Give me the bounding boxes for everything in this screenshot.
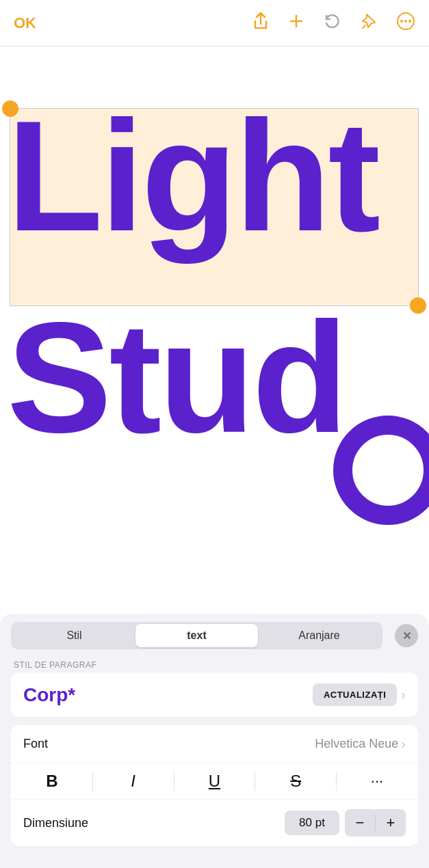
increase-size-button[interactable]: + (376, 809, 406, 837)
size-label: Dimensiune (23, 816, 88, 830)
svg-point-1 (400, 20, 403, 23)
svg-point-2 (404, 20, 407, 23)
undo-icon[interactable] (324, 13, 341, 33)
section-label: STIL DE PARAGRAF (0, 655, 429, 673)
toolbar: OK (0, 0, 429, 46)
format-divider-2 (174, 772, 174, 791)
toolbar-icons (252, 12, 415, 35)
pin-icon[interactable] (361, 12, 377, 34)
size-row: Dimensiune 80 pt − + (11, 800, 418, 846)
bottom-panel: Stil text Aranjare ✕ STIL DE PARAGRAF Co… (0, 614, 429, 868)
tab-bar: Stil text Aranjare ✕ (0, 614, 429, 655)
more-format-button[interactable]: ··· (360, 772, 394, 790)
tab-group: Stil text Aranjare (11, 622, 382, 649)
tab-text[interactable]: text (135, 624, 258, 647)
add-icon[interactable] (288, 13, 304, 33)
decrease-size-button[interactable]: − (345, 809, 375, 837)
corp-label: Corp* (23, 684, 75, 706)
size-stepper: − + (345, 809, 406, 837)
size-value: 80 pt (285, 811, 339, 835)
svg-point-3 (408, 20, 411, 23)
format-divider-3 (255, 772, 255, 791)
canvas-text-light[interactable]: Light (7, 98, 378, 255)
ok-button[interactable]: OK (14, 14, 36, 32)
font-row[interactable]: Font Helvetica Neue › (11, 725, 418, 763)
underline-button[interactable]: U (197, 773, 231, 789)
update-btn-group: ACTUALIZAȚI › (313, 683, 406, 706)
bold-button[interactable]: B (35, 773, 69, 789)
font-label: Font (23, 737, 48, 751)
canvas-text-stud[interactable]: Stud (7, 299, 346, 457)
paragraph-style-chevron[interactable]: › (401, 687, 406, 703)
handle-bottom-right[interactable] (410, 297, 426, 314)
more-icon[interactable] (396, 12, 415, 35)
canvas-partial-letter (333, 416, 429, 525)
update-button[interactable]: ACTUALIZAȚI (313, 683, 397, 706)
format-divider-1 (92, 772, 93, 791)
size-controls: 80 pt − + (285, 809, 406, 837)
font-name: Helvetica Neue (315, 737, 398, 751)
settings-card: Font Helvetica Neue › B I U S ··· Dimens… (11, 725, 418, 846)
paragraph-style-row: Corp* ACTUALIZAȚI › (11, 673, 418, 717)
close-button[interactable]: ✕ (395, 624, 418, 647)
italic-button[interactable]: I (116, 773, 151, 789)
font-value: Helvetica Neue › (315, 736, 406, 752)
tab-stil[interactable]: Stil (13, 624, 135, 647)
strikethrough-button[interactable]: S (278, 773, 313, 789)
format-divider-4 (336, 772, 337, 791)
share-icon[interactable] (252, 12, 269, 35)
font-chevron[interactable]: › (401, 736, 406, 752)
format-row: B I U S ··· (11, 763, 418, 800)
tab-aranjare[interactable]: Aranjare (258, 624, 380, 647)
canvas-area[interactable]: Light Stud (0, 46, 429, 525)
